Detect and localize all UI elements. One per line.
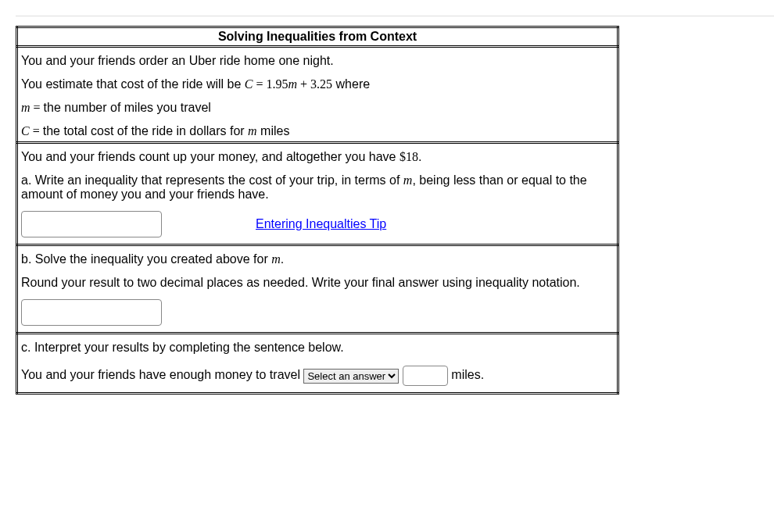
- m-def-eq: =: [30, 101, 44, 114]
- m-var: m: [288, 77, 298, 91]
- c-def-var: m: [248, 124, 257, 137]
- m-def-rhs: the number of miles you travel: [44, 101, 211, 114]
- part-b-var: m: [271, 252, 281, 266]
- equals: = 1.95: [253, 77, 288, 91]
- part-c-sentence-b: miles.: [451, 368, 484, 381]
- part-c-sentence-a: You and your friends have enough money t…: [21, 368, 303, 381]
- part-b-input[interactable]: [21, 299, 162, 326]
- m-def-lhs-var: m: [21, 101, 30, 114]
- plus-const: + 3.25: [297, 77, 332, 91]
- part-c-miles-input[interactable]: [403, 366, 448, 386]
- part-c-cell: c. Interpret your results by completing …: [17, 334, 618, 394]
- money-amount: $18: [400, 150, 418, 163]
- c-def-rhs: the total cost of the ride in dollars fo…: [43, 124, 248, 137]
- c-def-lhs-var: C: [21, 124, 30, 137]
- c-def-eq: =: [30, 124, 43, 137]
- c-def-tail: miles: [257, 124, 290, 137]
- part-b-line2: Round your result to two decimal places …: [21, 276, 580, 289]
- setup-line2a: You estimate that cost of the ride will …: [21, 77, 245, 91]
- part-a-prompt-a: a. Write an inequality that represents t…: [21, 173, 403, 187]
- problem-title: Solving Inequalities from Context: [218, 30, 417, 43]
- part-c-prompt: c. Interpret your results by completing …: [21, 341, 344, 354]
- setup-line2b: where: [332, 77, 370, 91]
- part-b-cell: b. Solve the inequality you created abov…: [17, 245, 618, 334]
- part-b-line1b: .: [281, 252, 284, 266]
- setup-cell: You and your friends order an Uber ride …: [17, 47, 618, 143]
- part-a-cell: You and your friends count up your money…: [17, 143, 618, 245]
- table-header-cell: Solving Inequalities from Context: [17, 27, 618, 47]
- cost-variable: C: [245, 77, 253, 91]
- part-c-select[interactable]: Select an answer: [303, 369, 399, 384]
- problem-table: Solving Inequalities from Context You an…: [16, 26, 619, 395]
- part-b-line1a: b. Solve the inequality you created abov…: [21, 252, 271, 266]
- setup-line1: You and your friends order an Uber ride …: [21, 54, 334, 67]
- count-text-a: You and your friends count up your money…: [21, 150, 400, 163]
- count-text-b: .: [418, 150, 421, 163]
- part-a-input[interactable]: [21, 211, 162, 237]
- part-a-var: m: [403, 173, 413, 187]
- inequalities-tip-link[interactable]: Entering Inequalties Tip: [256, 217, 386, 231]
